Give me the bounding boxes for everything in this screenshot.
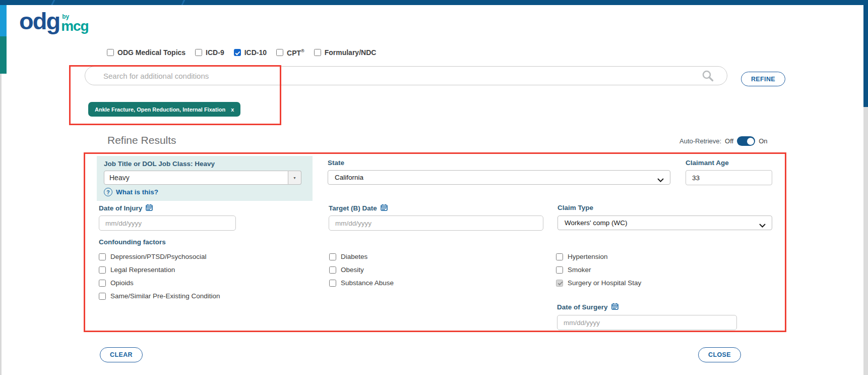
search-scope-row: ODG Medical Topics ICD-9 ICD-10 CPT® For… <box>107 48 376 57</box>
chevron-down-icon <box>657 176 664 184</box>
date-of-injury-input[interactable] <box>99 216 236 231</box>
checkbox-label: Diabetes <box>341 253 367 260</box>
state-select-value: California <box>335 174 363 181</box>
checkbox-label: Opioids <box>110 279 134 287</box>
checkbox-surgery-or-hospital-stay: Surgery or Hospital Stay <box>556 279 641 287</box>
state-label: State <box>328 159 344 167</box>
checkbox-icon[interactable] <box>329 266 336 274</box>
checkbox-opioids[interactable]: Opioids <box>99 279 220 287</box>
top-banner <box>0 0 868 5</box>
logo-mcg-text: mcg <box>61 20 89 32</box>
state-select[interactable]: California <box>328 170 670 185</box>
checkbox-smoker[interactable]: Smoker <box>556 265 641 274</box>
job-class-panel: Job Title or DOL Job Class: Heavy Heavy … <box>97 156 313 201</box>
chevron-down-icon <box>759 222 766 229</box>
help-question-icon[interactable]: ? <box>104 188 112 196</box>
logo-odg-text: odg <box>19 9 59 33</box>
refine-button[interactable]: REFINE <box>741 72 785 86</box>
search-input[interactable] <box>85 66 727 85</box>
job-class-combobox[interactable]: Heavy ▼ <box>104 171 301 185</box>
nav-checkbox-icd9[interactable]: ICD-9 <box>195 48 224 57</box>
calendar-icon[interactable] <box>146 204 153 212</box>
checkbox-icon[interactable] <box>99 266 106 274</box>
checkbox-icon[interactable] <box>556 266 563 274</box>
checkbox-checked-icon[interactable] <box>234 49 241 56</box>
toggle-knob[interactable] <box>747 138 754 145</box>
checkbox-hypertension[interactable]: Hypertension <box>556 252 641 261</box>
page: odg by mcg ODG Medical Topics ICD-9 ICD-… <box>0 0 868 375</box>
claim-type-select-value: Workers' comp (WC) <box>565 219 628 227</box>
what-is-this-link[interactable]: ? What is this? <box>104 188 158 196</box>
target-date-input[interactable] <box>329 216 543 231</box>
nav-checkbox-label: Formulary/NDC <box>325 48 377 57</box>
job-class-label: Job Title or DOL Job Class: Heavy <box>104 160 215 168</box>
confounding-factors-label: Confounding factors <box>99 238 166 246</box>
checkbox-label: Same/Similar Pre-Existing Condition <box>110 292 220 300</box>
condition-chip[interactable]: Ankle Fracture, Open Reduction, Internal… <box>88 102 240 117</box>
checkbox-icon[interactable] <box>329 280 336 287</box>
nav-checkbox-formulary-ndc[interactable]: Formulary/NDC <box>314 48 377 57</box>
search-bar <box>85 66 727 85</box>
job-class-value[interactable]: Heavy <box>104 171 288 185</box>
date-of-surgery-label: Date of Surgery <box>557 303 618 311</box>
checkbox-icon[interactable] <box>107 49 114 56</box>
checkbox-icon[interactable] <box>99 280 106 287</box>
auto-retrieve-off-label: Off <box>725 137 733 145</box>
checkbox-icon[interactable] <box>329 253 336 260</box>
auto-retrieve-control: Auto-Retrieve: Off On <box>679 136 768 146</box>
checkbox-icon[interactable] <box>99 253 106 260</box>
checkbox-label: Surgery or Hospital Stay <box>568 279 641 287</box>
checkbox-depression-ptsd-psychosocial[interactable]: Depression/PTSD/Psychosocial <box>99 252 220 261</box>
left-edge-line <box>0 74 2 375</box>
checkbox-icon[interactable] <box>314 49 321 56</box>
checkbox-label: Smoker <box>568 266 591 274</box>
nav-checkbox-odg-medical-topics[interactable]: ODG Medical Topics <box>107 48 185 57</box>
refine-results-title: Refine Results <box>107 134 176 146</box>
auto-retrieve-label: Auto-Retrieve: <box>679 137 721 145</box>
what-is-this-label: What is this? <box>116 188 158 196</box>
odg-mcg-logo: odg by mcg <box>19 9 89 33</box>
checkbox-obesity[interactable]: Obesity <box>329 265 394 274</box>
auto-retrieve-on-label: On <box>759 137 767 145</box>
nav-checkbox-cpt[interactable]: CPT® <box>276 48 304 57</box>
search-icon[interactable] <box>701 69 714 84</box>
checkbox-label: Depression/PTSD/Psychosocial <box>110 253 207 260</box>
registered-mark: ® <box>301 48 304 53</box>
checkbox-substance-abuse[interactable]: Substance Abuse <box>329 279 394 287</box>
checkbox-label: Legal Representation <box>110 266 175 274</box>
nav-checkbox-label: ICD-9 <box>206 48 224 57</box>
checkbox-label: Substance Abuse <box>341 279 394 287</box>
left-stripe-blue <box>0 5 7 36</box>
checkbox-icon[interactable] <box>276 49 283 56</box>
nav-checkbox-label: CPT® <box>287 48 304 57</box>
combobox-dropdown-icon[interactable]: ▼ <box>288 171 301 185</box>
target-date-label: Target (B) Date <box>329 204 388 212</box>
claim-type-select[interactable]: Workers' comp (WC) <box>557 216 772 230</box>
close-button[interactable]: CLOSE <box>698 347 741 362</box>
nav-checkbox-label: ICD-10 <box>244 48 267 57</box>
claimant-age-label: Claimant Age <box>686 159 729 167</box>
checkbox-icon[interactable] <box>195 49 202 56</box>
checkbox-icon[interactable] <box>556 253 563 260</box>
claimant-age-input[interactable] <box>686 170 772 185</box>
checkbox-icon[interactable] <box>99 293 106 300</box>
scrollbar-thumb[interactable] <box>863 5 868 107</box>
checkbox-same-similar-pre-existing-condition[interactable]: Same/Similar Pre-Existing Condition <box>99 292 220 300</box>
nav-checkbox-icd10[interactable]: ICD-10 <box>234 48 267 57</box>
calendar-icon[interactable] <box>381 204 388 212</box>
checkbox-legal-representation[interactable]: Legal Representation <box>99 265 220 274</box>
date-of-surgery-input[interactable] <box>557 315 737 330</box>
left-stripe-teal <box>0 36 7 74</box>
clear-button[interactable]: CLEAR <box>100 347 143 362</box>
date-of-injury-label: Date of Injury <box>99 204 153 212</box>
checkbox-label: Hypertension <box>568 253 608 260</box>
checkbox-checked-disabled-icon <box>556 280 563 287</box>
nav-checkbox-label: ODG Medical Topics <box>117 48 185 57</box>
calendar-icon[interactable] <box>611 303 618 311</box>
scrollbar-track[interactable] <box>863 5 868 375</box>
auto-retrieve-toggle[interactable] <box>737 136 755 146</box>
condition-chip-label: Ankle Fracture, Open Reduction, Internal… <box>95 106 225 113</box>
chip-remove-icon[interactable]: x <box>231 106 234 113</box>
confounding-column-1: Depression/PTSD/Psychosocial Legal Repre… <box>99 252 220 305</box>
checkbox-diabetes[interactable]: Diabetes <box>329 252 394 261</box>
